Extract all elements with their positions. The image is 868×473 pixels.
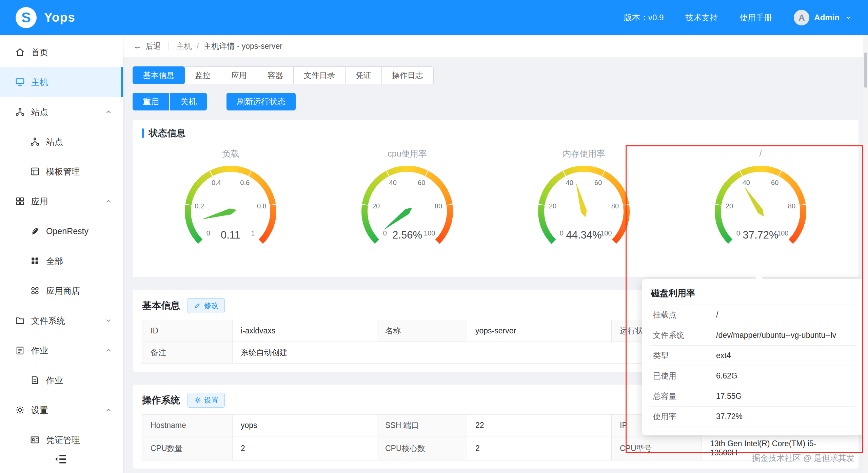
site-icon — [15, 107, 25, 117]
breadcrumb-current: 主机详情 - yops-server — [203, 41, 282, 52]
sidebar-item-label: 站点 — [31, 106, 48, 118]
tab-files[interactable]: 文件目录 — [293, 66, 346, 84]
tooltip-row: 已使用6.62G — [651, 366, 856, 386]
os-info-title: 操作系统 — [142, 394, 180, 407]
sidebar-item-apps-group[interactable]: 应用 — [0, 186, 123, 216]
field-label: SSH 端口 — [377, 415, 467, 436]
sidebar-item-site-group[interactable]: 站点 — [0, 97, 123, 127]
svg-text:0.6: 0.6 — [240, 179, 250, 186]
sidebar-item-label: 主机 — [31, 77, 48, 88]
user-menu[interactable]: A Admin — [794, 10, 852, 25]
gear-icon — [194, 396, 201, 404]
basic-info-title: 基本信息 — [142, 299, 180, 312]
tooltip-label: 文件系统 — [651, 325, 709, 345]
arrow-left-icon: ← — [133, 42, 142, 50]
restart-button[interactable]: 重启 — [133, 93, 169, 110]
tab-monitor[interactable]: 监控 — [184, 66, 221, 84]
refresh-status-button[interactable]: 刷新运行状态 — [226, 93, 296, 110]
sidebar-item-host[interactable]: 主机 — [0, 67, 123, 97]
jobs-icon — [15, 345, 25, 355]
shutdown-button[interactable]: 关机 — [170, 93, 207, 110]
avatar: A — [794, 10, 809, 25]
back-label: 后退 — [145, 41, 161, 52]
sidebar: 首页主机站点站点模板管理应用OpenResty全部应用商店文件系统作业作业设置凭… — [0, 35, 123, 473]
sidebar-item-filesystem[interactable]: 文件系统 — [0, 306, 123, 335]
field-label: 名称 — [377, 320, 467, 342]
tooltip-label: 类型 — [651, 346, 709, 366]
tab-container[interactable]: 容器 — [257, 66, 294, 84]
gauge-chart-cpu: 020406080100cpu使用率2.56% — [336, 144, 478, 255]
sidebar-item-label: 应用商店 — [46, 285, 80, 296]
tooltip-label: 使用率 — [651, 407, 709, 427]
disk-usage-tooltip: 磁盘利用率 挂载点/文件系统/dev/mapper/ubuntu--vg-ubu… — [642, 279, 865, 435]
sidebar-item-credential-mgmt[interactable]: 凭证管理 — [0, 425, 123, 455]
tooltip-value: 6.62G — [709, 366, 856, 386]
sidebar-item-site[interactable]: 站点 — [0, 127, 123, 157]
gauge-slot-memory: 020406080100内存使用率44.34% — [496, 144, 672, 255]
sidebar-item-template-mgmt[interactable]: 模板管理 — [0, 157, 123, 186]
svg-text:0.4: 0.4 — [212, 179, 221, 186]
user-name: Admin — [814, 13, 840, 22]
back-button[interactable]: ← 后退 — [133, 41, 161, 52]
sidebar-item-label: 文件系统 — [31, 315, 65, 326]
action-buttons: 重启 关机 刷新运行状态 — [133, 93, 859, 110]
tooltip-row: 挂载点/ — [651, 305, 856, 325]
svg-text:/: / — [760, 149, 762, 158]
tooltip-value: / — [709, 305, 856, 325]
scrollbar-thumb[interactable] — [864, 53, 867, 88]
svg-text:0: 0 — [383, 229, 387, 237]
sidebar-item-label: 全部 — [46, 255, 63, 267]
tooltip-row: 使用率37.72% — [651, 407, 856, 427]
field-label: CPU型号 — [612, 436, 702, 460]
gauge-chart-memory: 020406080100内存使用率44.34% — [513, 144, 655, 255]
tab-app[interactable]: 应用 — [221, 66, 257, 84]
home-icon — [15, 47, 25, 57]
tab-basic[interactable]: 基本信息 — [133, 66, 185, 84]
gauge-chart-disk: 020406080100/37.72% — [689, 144, 832, 255]
tooltip-value: 37.72% — [709, 407, 856, 427]
sidebar-item-settings-group[interactable]: 设置 — [0, 395, 123, 425]
chevron-up-icon — [104, 197, 113, 206]
sidebar-item-jobs-group[interactable]: 作业 — [0, 335, 123, 365]
svg-text:0.11: 0.11 — [221, 229, 240, 241]
sidebar-item-app-store[interactable]: 应用商店 — [0, 276, 123, 306]
app-store-icon — [30, 286, 40, 296]
sidebar-item-label: OpenResty — [46, 226, 88, 236]
collapse-sidebar-button[interactable] — [54, 452, 68, 466]
sidebar-item-label: 模板管理 — [46, 166, 80, 177]
svg-text:2.56%: 2.56% — [392, 229, 422, 241]
credential-icon — [30, 435, 40, 445]
os-settings-button[interactable]: 设置 — [188, 393, 225, 408]
gear-icon — [15, 405, 25, 415]
tooltip-title: 磁盘利用率 — [651, 287, 856, 299]
apps-icon — [15, 196, 25, 206]
gauge-slot-disk: 020406080100/37.72% — [672, 144, 849, 255]
app-title: Yops — [44, 11, 75, 25]
status-section-title: 状态信息 — [142, 128, 849, 138]
breadcrumb-root[interactable]: 主机 — [176, 41, 192, 52]
field-value: yops-server — [467, 320, 612, 342]
gauge-slot-cpu: 020406080100cpu使用率2.56% — [319, 144, 495, 255]
svg-text:0: 0 — [736, 229, 740, 237]
sidebar-item-label: 作业 — [46, 375, 63, 386]
sidebar-item-openresty[interactable]: OpenResty — [0, 216, 123, 246]
breadcrumb-separator: / — [197, 42, 199, 51]
support-link[interactable]: 技术支持 — [685, 12, 718, 23]
status-card: 状态信息 00.20.40.60.81负载0.11020406080100cpu… — [133, 120, 859, 277]
fold-icon — [54, 452, 68, 466]
manual-link[interactable]: 使用手册 — [739, 12, 772, 23]
tab-logs[interactable]: 操作日志 — [381, 66, 434, 84]
sidebar-item-job[interactable]: 作业 — [0, 365, 123, 395]
field-value: yops — [233, 415, 377, 436]
svg-text:80: 80 — [435, 202, 442, 210]
svg-text:40: 40 — [743, 179, 750, 186]
sidebar-item-all-apps[interactable]: 全部 — [0, 246, 123, 276]
tab-credentials[interactable]: 凭证 — [345, 66, 382, 84]
sidebar-item-home[interactable]: 首页 — [0, 37, 123, 67]
chevron-up-icon — [104, 107, 113, 116]
breadcrumb-divider — [169, 42, 169, 50]
field-value: i-axldvaxs — [233, 320, 377, 342]
edit-button[interactable]: 修改 — [188, 298, 225, 313]
tooltip-row: 总容量17.55G — [651, 386, 856, 407]
svg-text:37.72%: 37.72% — [743, 229, 778, 241]
